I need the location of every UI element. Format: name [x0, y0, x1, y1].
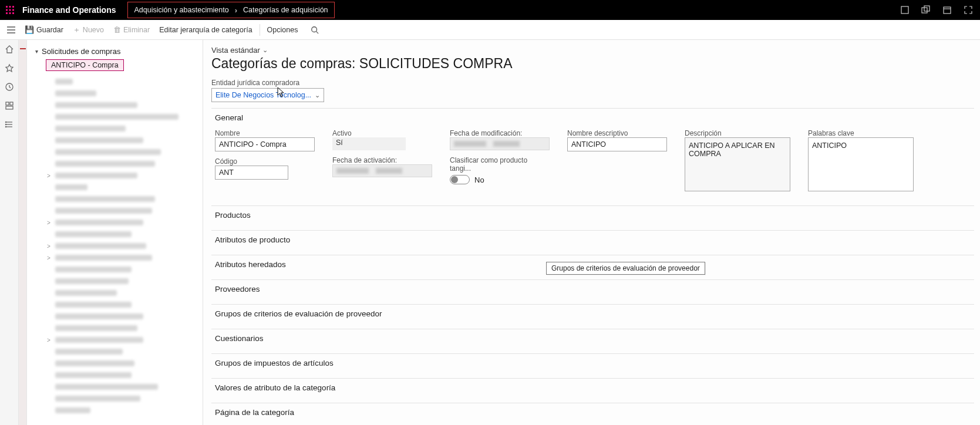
plus-icon: ＋ [73, 25, 80, 35]
modules-icon[interactable] [4, 119, 15, 130]
chevron-right-icon: › [235, 6, 237, 15]
list-collapse-rail[interactable] [19, 40, 27, 425]
fasttab-header[interactable]: Página de la categoría [211, 403, 974, 421]
expand-icon[interactable] [961, 3, 975, 17]
nombre-field[interactable] [215, 137, 315, 151]
tree-blurred-item[interactable] [46, 205, 199, 217]
calendar-icon[interactable] [940, 3, 954, 17]
fasttab-header[interactable]: Productos [211, 206, 974, 224]
tree-root[interactable]: ▾ Solicitudes de compras [33, 46, 199, 57]
tree-blurred-item[interactable] [46, 322, 199, 334]
entity-dropdown[interactable]: Elite De Negocios Tecnolog... ⌄ [211, 88, 324, 102]
palabras-field[interactable]: ANTICIPO [808, 137, 914, 191]
blurred-text [55, 337, 143, 343]
tree-blurred-item[interactable] [46, 76, 199, 87]
tree-selected-node[interactable]: ANTICIPO - Compra [46, 59, 124, 71]
hamburger-icon[interactable] [4, 26, 19, 34]
fasttab-header[interactable]: Atributos de producto [211, 231, 974, 249]
palabras-label: Palabras clave [808, 129, 914, 137]
tree-blurred-item[interactable] [46, 404, 199, 416]
svg-rect-21 [10, 102, 13, 105]
save-button[interactable]: 💾 Guardar [20, 21, 68, 39]
blurred-text [55, 90, 96, 96]
breadcrumb-page[interactable]: Categorías de adquisición [243, 6, 328, 14]
trash-icon: 🗑 [113, 25, 121, 34]
chevron-down-icon: ⌄ [315, 92, 320, 99]
fasttab-general-header[interactable]: General [211, 109, 974, 127]
save-icon: 💾 [25, 25, 34, 34]
caret-right-icon: > [46, 337, 52, 343]
tree-blurred-item[interactable] [46, 346, 199, 357]
view-selector[interactable]: Vista estándar ⌄ [211, 46, 974, 55]
fasttab-valores-de-atributo-de-la-categor-a: Valores de atributo de la categoría [211, 378, 974, 397]
breadcrumb-module[interactable]: Adquisición y abastecimiento [134, 6, 228, 14]
nombre-desc-field[interactable] [567, 137, 667, 151]
svg-rect-12 [944, 7, 951, 14]
tree-blurred-item[interactable] [46, 287, 199, 299]
nombre-label: Nombre [215, 129, 315, 137]
tree-blurred-item[interactable] [46, 228, 199, 240]
nav-rail [0, 40, 19, 425]
tree-blurred-item[interactable] [46, 299, 199, 311]
fasttab-header[interactable]: Valores de atributo de la categoría [211, 379, 974, 397]
delete-button[interactable]: 🗑 Eliminar [109, 21, 154, 39]
svg-rect-8 [12, 12, 14, 14]
svg-point-27 [5, 124, 6, 124]
tree-blurred-item[interactable] [46, 181, 199, 193]
workspace-icon[interactable] [4, 100, 15, 112]
tree-blurred-item[interactable] [46, 264, 199, 275]
category-tree: ▾ Solicitudes de compras ANTICIPO - Comp… [27, 40, 203, 425]
blurred-text [55, 278, 129, 284]
svg-rect-1 [9, 6, 11, 8]
window-restore-icon[interactable] [898, 3, 912, 17]
blurred-text [55, 231, 132, 237]
home-icon[interactable] [4, 43, 15, 55]
fecha-activacion-field[interactable] [332, 164, 432, 177]
tree-blurred-item[interactable]: > [46, 240, 199, 252]
tree-blurred-item[interactable] [46, 99, 199, 111]
window-overlap-icon[interactable] [919, 3, 933, 17]
tree-blurred-item[interactable] [46, 134, 199, 146]
star-icon[interactable] [4, 62, 15, 74]
fasttab-header[interactable]: Grupos de criterios de evaluación de pro… [211, 305, 974, 323]
options-button[interactable]: Opciones [262, 21, 303, 39]
tree-blurred-item[interactable] [46, 311, 199, 322]
fasttab-header[interactable]: Proveedores [211, 280, 974, 298]
tree-blurred-item[interactable]: > [46, 334, 199, 346]
tree-blurred-item[interactable] [46, 381, 199, 393]
tree-blurred-item[interactable] [46, 393, 199, 404]
recent-icon[interactable] [4, 81, 15, 93]
tree-blurred-item[interactable] [46, 275, 199, 287]
tree-blurred-item[interactable] [46, 193, 199, 205]
tree-blurred-items: >>>>> [46, 76, 199, 416]
tree-blurred-item[interactable] [46, 87, 199, 99]
clasificar-toggle[interactable] [450, 175, 470, 184]
blurred-text [55, 384, 158, 390]
fasttab-header[interactable]: Cuestionarios [211, 329, 974, 348]
tree-blurred-item[interactable] [46, 146, 199, 158]
tree-blurred-item[interactable] [46, 158, 199, 170]
fasttab-header[interactable]: Grupos de impuestos de artículos [211, 354, 974, 372]
save-label: Guardar [36, 26, 63, 34]
activo-value: Sí [332, 137, 406, 150]
blurred-text [55, 255, 152, 261]
tree-blurred-item[interactable]: > [46, 170, 199, 181]
command-search-icon[interactable] [306, 21, 324, 39]
blurred-text [55, 184, 87, 190]
descripcion-field[interactable]: ANTICIPO A APLICAR EN COMPRA [685, 137, 790, 191]
edit-hierarchy-button[interactable]: Editar jerarquía de categoría [154, 21, 257, 39]
tree-blurred-item[interactable]: > [46, 252, 199, 264]
tree-blurred-item[interactable] [46, 357, 199, 369]
app-launcher-icon[interactable] [0, 0, 20, 20]
new-button[interactable]: ＋ Nuevo [68, 21, 109, 39]
entity-value: Elite De Negocios Tecnolog... [215, 91, 311, 99]
codigo-field[interactable] [215, 166, 288, 180]
svg-point-26 [5, 122, 6, 122]
tree-blurred-item[interactable] [46, 369, 199, 381]
tree-blurred-item[interactable] [46, 123, 199, 134]
delete-label: Eliminar [123, 26, 150, 34]
tree-blurred-item[interactable]: > [46, 217, 199, 228]
clasificar-value: No [474, 176, 484, 184]
command-bar: 💾 Guardar ＋ Nuevo 🗑 Eliminar Editar jera… [0, 20, 980, 40]
tree-blurred-item[interactable] [46, 111, 199, 123]
